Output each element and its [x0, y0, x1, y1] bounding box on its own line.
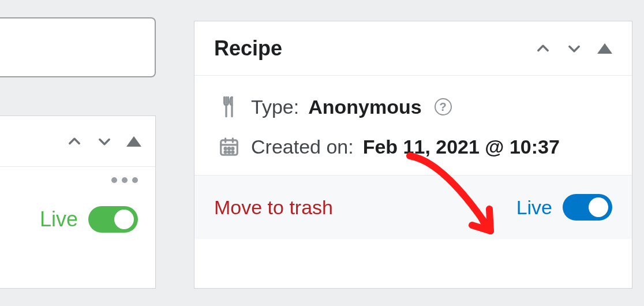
- panel-header-controls: [535, 40, 612, 57]
- recipe-panel-header: Recipe: [194, 21, 632, 76]
- more-dots-icon[interactable]: [0, 167, 155, 183]
- recipe-panel-footer: Move to trash Live: [194, 176, 632, 239]
- created-row: Created on: Feb 11, 2021 @ 10:37: [216, 136, 610, 158]
- left-live-toggle[interactable]: [88, 206, 138, 233]
- created-value: Feb 11, 2021 @ 10:37: [363, 137, 560, 156]
- move-to-trash-link[interactable]: Move to trash: [214, 196, 333, 219]
- svg-point-8: [228, 148, 230, 150]
- left-partial-card-2: Live: [0, 115, 156, 289]
- triangle-up-icon[interactable]: [597, 43, 612, 54]
- chevron-up-icon[interactable]: [66, 133, 83, 150]
- svg-point-12: [232, 151, 234, 153]
- left-live-row: Live: [0, 183, 155, 233]
- live-label: Live: [516, 196, 552, 219]
- chevron-up-icon[interactable]: [535, 40, 551, 57]
- left-live-label: Live: [40, 207, 78, 232]
- chevron-down-icon[interactable]: [566, 40, 582, 57]
- chevron-down-icon[interactable]: [96, 133, 113, 150]
- toggle-knob: [589, 197, 608, 217]
- type-value: Anonymous: [308, 97, 421, 117]
- live-toggle[interactable]: [563, 194, 612, 221]
- triangle-up-icon[interactable]: [126, 136, 141, 147]
- toggle-knob: [114, 210, 134, 229]
- svg-point-9: [232, 148, 234, 150]
- recipe-panel-body: Type: Anonymous ? Created on:: [194, 76, 632, 176]
- panel-title: Recipe: [214, 36, 282, 61]
- help-icon[interactable]: ?: [435, 98, 452, 115]
- left-card-controls: [0, 116, 155, 167]
- utensils-icon: [216, 95, 242, 118]
- type-row: Type: Anonymous ?: [216, 95, 610, 118]
- left-partial-card-1: [0, 17, 156, 77]
- live-group: Live: [516, 194, 612, 221]
- calendar-icon: [216, 136, 242, 158]
- created-label: Created on:: [251, 137, 354, 156]
- svg-point-10: [224, 151, 226, 153]
- type-label: Type:: [251, 97, 299, 117]
- svg-point-7: [224, 148, 226, 150]
- svg-point-11: [228, 151, 230, 153]
- recipe-panel: Recipe Type: Anonymous: [194, 21, 632, 289]
